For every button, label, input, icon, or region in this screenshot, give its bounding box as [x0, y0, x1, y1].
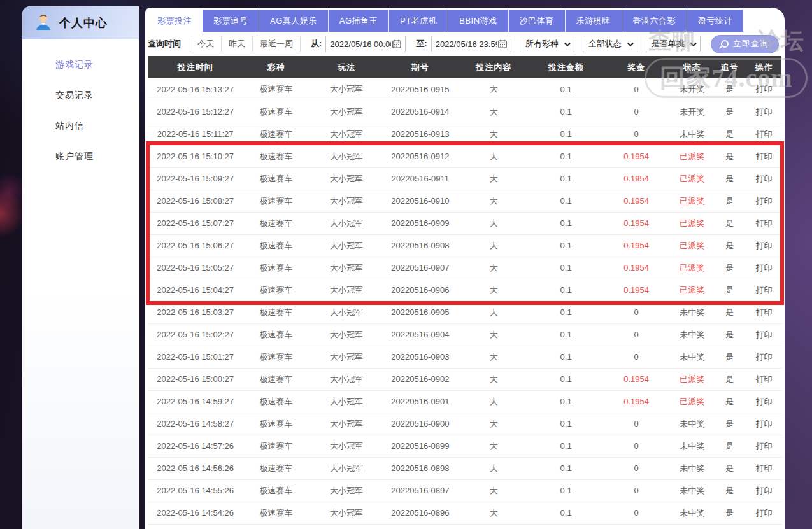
print-action[interactable]: 打印 [746, 413, 781, 435]
cell-奖金: 0.1954 [601, 368, 671, 390]
print-action[interactable]: 打印 [746, 167, 781, 190]
sidebar-item-游戏记录[interactable]: 游戏记录 [22, 50, 139, 80]
cell-投注金额: 0.1 [531, 257, 601, 279]
main-panel: 彩票投注彩票追号AG真人娱乐AG捕鱼王PT老虎机BBIN游戏沙巴体育乐游棋牌香港… [145, 8, 785, 529]
tab-AG捕鱼王[interactable]: AG捕鱼王 [329, 10, 389, 32]
quick-button-昨天[interactable]: 昨天 [221, 36, 253, 52]
print-action[interactable]: 打印 [746, 479, 781, 502]
table-row: 2022-05-16 15:04:27极速赛车大小冠军20220516-0906… [148, 279, 781, 301]
sidebar-item-站内信[interactable]: 站内信 [22, 111, 139, 141]
cell-期号: 20220516-0909 [383, 212, 457, 234]
tab-沙巴体育[interactable]: 沙巴体育 [509, 10, 566, 32]
print-action[interactable]: 打印 [746, 301, 781, 323]
cell-投注时间: 2022-05-16 15:02:27 [148, 323, 243, 346]
cell-期号: 20220516-0912 [383, 145, 457, 167]
chevron-down-icon [627, 40, 634, 46]
table-row: 2022-05-16 14:59:27极速赛车大小冠军20220516-0901… [148, 390, 781, 413]
cell-追号: 是 [713, 78, 746, 101]
tab-彩票追号[interactable]: 彩票追号 [203, 10, 259, 32]
cell-追号: 是 [713, 101, 746, 123]
print-action[interactable]: 打印 [746, 457, 781, 479]
cell-追号: 是 [713, 145, 746, 167]
cell-状态: 未中奖 [671, 323, 713, 346]
print-action[interactable]: 打印 [746, 212, 781, 234]
cell-彩种: 极速赛车 [243, 257, 309, 279]
cell-投注内容: 大 [457, 190, 531, 212]
cell-奖金: 0 [601, 413, 671, 435]
print-action[interactable]: 打印 [746, 234, 781, 257]
cell-期号: 20220516-0914 [383, 101, 457, 123]
tab-香港六合彩[interactable]: 香港六合彩 [622, 10, 688, 32]
print-action[interactable]: 打印 [746, 502, 781, 524]
print-action[interactable]: 打印 [746, 257, 781, 279]
calendar-icon[interactable] [392, 39, 401, 48]
cell-投注内容: 大 [457, 123, 531, 145]
cell-玩法: 大小冠军 [310, 323, 383, 346]
print-action[interactable]: 打印 [746, 279, 781, 301]
cell-状态: 未中奖 [671, 301, 713, 323]
cell-玩法: 大小冠军 [310, 368, 383, 390]
print-action[interactable]: 打印 [746, 368, 781, 390]
search-button[interactable]: 立即查询 [711, 35, 779, 53]
query-bar: 查询时间 今天昨天最近一周 从: 至: [145, 32, 785, 56]
cell-追号: 是 [713, 323, 746, 346]
tab-盈亏统计[interactable]: 盈亏统计 [687, 10, 743, 32]
cell-投注内容: 大 [457, 212, 531, 234]
print-action[interactable]: 打印 [746, 346, 781, 368]
table-row: 2022-05-16 15:05:27极速赛车大小冠军20220516-0907… [148, 257, 781, 279]
cell-追号: 是 [713, 257, 746, 279]
print-action[interactable]: 打印 [746, 190, 781, 212]
quick-button-最近一周[interactable]: 最近一周 [252, 36, 301, 52]
quick-button-今天[interactable]: 今天 [190, 36, 222, 52]
cell-玩法: 大小冠军 [310, 257, 383, 279]
tab-BBIN游戏[interactable]: BBIN游戏 [448, 10, 508, 32]
cell-彩种: 极速赛车 [243, 479, 309, 502]
cell-投注金额: 0.1 [531, 167, 601, 190]
cell-追号: 是 [713, 457, 746, 479]
select-所有彩种[interactable]: 所有彩种 [520, 36, 574, 52]
sidebar-item-交易记录[interactable]: 交易记录 [22, 80, 139, 111]
print-action[interactable]: 打印 [746, 123, 781, 145]
tab-乐游棋牌[interactable]: 乐游棋牌 [566, 10, 622, 32]
table-row: 2022-05-16 14:56:26极速赛车大小冠军20220516-0898… [148, 457, 781, 479]
tab-彩票投注[interactable]: 彩票投注 [146, 10, 203, 32]
print-action[interactable]: 打印 [746, 101, 781, 123]
print-action[interactable]: 打印 [746, 390, 781, 413]
table-row: 2022-05-16 15:12:27极速赛车大小冠军20220516-0914… [148, 101, 781, 123]
date-to-input[interactable] [436, 39, 497, 49]
tab-PT老虎机[interactable]: PT老虎机 [389, 10, 448, 32]
column-header-投注金额: 投注金额 [531, 56, 601, 78]
cell-期号: 20220516-0904 [383, 323, 457, 346]
print-action[interactable]: 打印 [746, 323, 781, 346]
select-value: 所有彩种 [525, 38, 559, 50]
cell-投注内容: 大 [457, 368, 531, 390]
cell-奖金: 0.1954 [601, 234, 671, 257]
sidebar-item-账户管理[interactable]: 账户管理 [22, 141, 139, 172]
date-from-input[interactable] [330, 39, 391, 49]
search-button-label: 立即查询 [733, 38, 769, 50]
cell-期号: 20220516-0908 [383, 234, 457, 257]
cell-追号: 是 [713, 167, 746, 190]
cell-玩法: 大小冠军 [310, 167, 383, 190]
cell-彩种: 极速赛车 [243, 413, 309, 435]
select-是否单挑[interactable]: 是否单挑 [646, 36, 701, 52]
print-action[interactable]: 打印 [746, 145, 781, 167]
calendar-icon[interactable] [498, 39, 507, 48]
select-全部状态[interactable]: 全部状态 [583, 36, 637, 52]
cell-投注内容: 大 [457, 101, 531, 123]
print-action[interactable]: 打印 [746, 78, 781, 101]
cell-投注时间: 2022-05-16 14:59:27 [148, 390, 243, 413]
print-action[interactable]: 打印 [746, 435, 781, 457]
cell-投注内容: 大 [457, 257, 531, 279]
to-label: 至: [416, 38, 427, 50]
date-from-box[interactable] [325, 36, 406, 52]
table-row: 2022-05-16 14:57:26极速赛车大小冠军20220516-0899… [148, 435, 781, 457]
date-to-box[interactable] [431, 36, 511, 52]
tab-AG真人娱乐[interactable]: AG真人娱乐 [259, 10, 329, 32]
cell-期号: 20220516-0910 [383, 190, 457, 212]
cell-投注金额: 0.1 [531, 413, 601, 435]
cell-奖金: 0.1954 [601, 167, 671, 190]
cell-彩种: 极速赛车 [243, 435, 309, 457]
cell-期号: 20220516-0897 [383, 479, 457, 502]
cell-投注时间: 2022-05-16 15:03:27 [148, 301, 243, 323]
